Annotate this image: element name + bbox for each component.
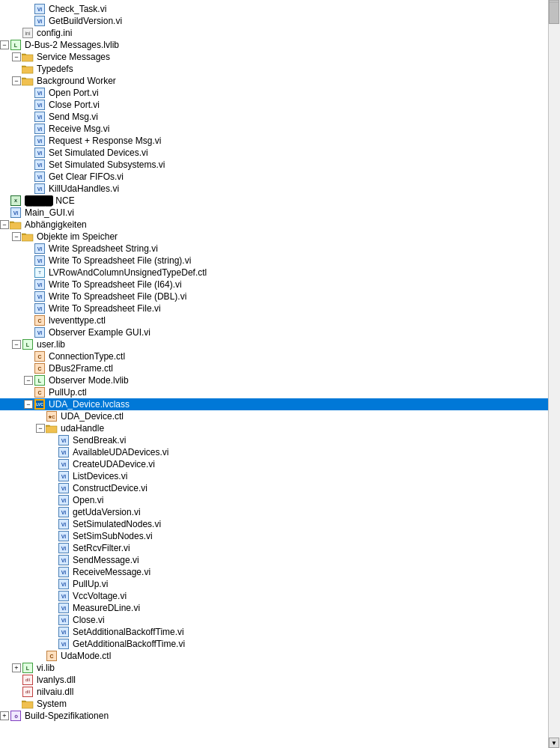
- folder-icon: [46, 423, 58, 434]
- tree-item[interactable]: VIGet Clear FIFOs.vi: [0, 171, 548, 183]
- item-label: GetBuildVersion.vi: [49, 16, 122, 26]
- tree-item[interactable]: VIOpen.vi: [0, 494, 548, 506]
- tree-item[interactable]: VIClose Port.vi: [0, 99, 548, 111]
- scrollbar[interactable]: ▲ ▼: [548, 0, 560, 748]
- vi-icon: VI: [34, 303, 45, 314]
- tree-item[interactable]: VISetSimulatedNodes.vi: [0, 518, 548, 530]
- tree-item[interactable]: VIVccVoltage.vi: [0, 590, 548, 602]
- scroll-down-button[interactable]: ▼: [549, 738, 559, 748]
- tree-item[interactable]: TLVRowAndColumnUnsignedTypeDef.ctl: [0, 267, 548, 279]
- tree-item[interactable]: VISet Simulated Subsystems.vi: [0, 159, 548, 171]
- tree-item[interactable]: VISendMessage.vi: [0, 554, 548, 566]
- collapse-button[interactable]: [24, 400, 33, 409]
- tree-item[interactable]: LD-Bus-2 Messages.lvlib: [0, 39, 548, 51]
- tree-item[interactable]: Background Worker: [0, 75, 548, 87]
- expand-spacer: [48, 532, 57, 541]
- vi-icon: VI: [34, 171, 45, 182]
- tree-item[interactable]: VICheck_Task.vi: [0, 3, 548, 15]
- scroll-thumb[interactable]: [549, 1, 559, 24]
- collapse-button[interactable]: [36, 424, 45, 433]
- tree-item[interactable]: VIObserver Example GUI.vi: [0, 326, 548, 338]
- tree-item[interactable]: VICreateUDADevice.vi: [0, 458, 548, 470]
- collapse-button[interactable]: [0, 220, 9, 229]
- tree-item[interactable]: VIWrite To Spreadsheet File (string).vi: [0, 255, 548, 267]
- tree-item[interactable]: VIReceiveMessage.vi: [0, 566, 548, 578]
- tree-item[interactable]: dlllvanlys.dll: [0, 674, 548, 686]
- tree-item[interactable]: VIGetAdditionalBackoffTime.vi: [0, 638, 548, 650]
- tree-item[interactable]: Typedefs: [0, 63, 548, 75]
- tree-item[interactable]: Abhängigkeiten: [0, 219, 548, 231]
- ctl-special-icon: ★C: [46, 411, 57, 422]
- tree-item[interactable]: VIKillUdaHandles.vi: [0, 183, 548, 195]
- tree-item[interactable]: ⚙Build-Spezifikationen: [0, 710, 548, 722]
- tree-item[interactable]: VIMeasureDLine.vi: [0, 602, 548, 614]
- expand-spacer: [24, 124, 33, 133]
- item-label: ████ NCE: [25, 195, 75, 206]
- tree-item[interactable]: VIMain_GUI.vi: [0, 207, 548, 219]
- tree-item[interactable]: X████ NCE: [0, 195, 548, 207]
- tree-item[interactable]: VISendBreak.vi: [0, 434, 548, 446]
- tree-item[interactable]: LVCUDA_Device.lvclass: [0, 398, 548, 410]
- item-label: System: [37, 699, 67, 709]
- tree-item[interactable]: Clveventtype.ctl: [0, 314, 548, 326]
- tree-item[interactable]: udaHandle: [0, 422, 548, 434]
- tree-item[interactable]: dllnilvaiu.dll: [0, 686, 548, 698]
- tree-item[interactable]: VIListDevices.vi: [0, 470, 548, 482]
- tree-item[interactable]: System: [0, 698, 548, 710]
- item-label: Send Msg.vi: [49, 112, 98, 122]
- collapse-button[interactable]: [12, 340, 21, 349]
- tree-item[interactable]: CDBus2Frame.ctl: [0, 362, 548, 374]
- tree-item[interactable]: ★CUDA_Device.ctl: [0, 410, 548, 422]
- collapse-button[interactable]: [0, 40, 9, 49]
- tree-item[interactable]: VISend Msg.vi: [0, 111, 548, 123]
- tree-item[interactable]: VIGetBuildVersion.vi: [0, 15, 548, 27]
- expand-spacer: [48, 448, 57, 457]
- tree-item[interactable]: VISetRcvFilter.vi: [0, 542, 548, 554]
- item-label: UDA_Device.ctl: [61, 411, 124, 422]
- item-label: Write To Spreadsheet File (DBL).vi: [49, 291, 186, 302]
- tree-item[interactable]: VISetSimSubNodes.vi: [0, 530, 548, 542]
- vi-icon: VI: [58, 507, 69, 517]
- tree-item[interactable]: VIWrite To Spreadsheet File (DBL).vi: [0, 291, 548, 302]
- tree-item[interactable]: Lvi.lib: [0, 662, 548, 674]
- tree-item[interactable]: VIOpen Port.vi: [0, 87, 548, 99]
- expand-spacer: [12, 675, 21, 684]
- tree-item[interactable]: VIAvailableUDADevices.vi: [0, 446, 548, 458]
- ctl-icon: C: [34, 315, 45, 326]
- expand-spacer: [24, 352, 33, 361]
- tree-item[interactable]: VIgetUdaVersion.vi: [0, 506, 548, 518]
- tree-item[interactable]: VIWrite To Spreadsheet File.vi: [0, 302, 548, 314]
- tree-item[interactable]: VIWrite To Spreadsheet File (I64).vi: [0, 279, 548, 291]
- tree-item[interactable]: VIConstructDevice.vi: [0, 482, 548, 494]
- tree-item[interactable]: VIReceive Msg.vi: [0, 123, 548, 135]
- collapse-button[interactable]: [24, 376, 33, 385]
- item-label: ConnectionType.ctl: [49, 351, 125, 362]
- expand-spacer: [48, 508, 57, 517]
- item-label: Check_Task.vi: [49, 4, 106, 14]
- tree-item[interactable]: Luser.lib: [0, 338, 548, 350]
- tree-item[interactable]: LObserver Mode.lvlib: [0, 374, 548, 386]
- expand-button[interactable]: [12, 663, 21, 672]
- expand-spacer: [24, 148, 33, 157]
- project-tree[interactable]: VICheck_Task.viVIGetBuildVersion.viinico…: [0, 0, 560, 748]
- tree-item[interactable]: VIClose.vi: [0, 614, 548, 626]
- tree-item[interactable]: Service Messages: [0, 51, 548, 63]
- collapse-button[interactable]: [12, 232, 21, 241]
- vi-icon: VI: [10, 207, 21, 218]
- tree-item[interactable]: iniconfig.ini: [0, 27, 548, 39]
- collapse-button[interactable]: [12, 76, 21, 85]
- tree-item[interactable]: VIPullUp.vi: [0, 578, 548, 590]
- tree-item[interactable]: VIWrite Spreadsheet String.vi: [0, 243, 548, 255]
- tree-item[interactable]: VISetAdditionalBackoffTime.vi: [0, 626, 548, 638]
- tree-item[interactable]: CUdaMode.ctl: [0, 650, 548, 662]
- tree-item[interactable]: VIRequest + Response Msg.vi: [0, 135, 548, 147]
- expand-spacer: [24, 184, 33, 193]
- collapse-button[interactable]: [12, 52, 21, 61]
- expand-spacer: [48, 603, 57, 612]
- tree-item[interactable]: Objekte im Speicher: [0, 231, 548, 243]
- expand-button[interactable]: [0, 711, 9, 720]
- tree-item[interactable]: CPullUp.ctl: [0, 386, 548, 398]
- tree-item[interactable]: CConnectionType.ctl: [0, 350, 548, 362]
- item-label: Request + Response Msg.vi: [49, 136, 161, 146]
- tree-item[interactable]: VISet Simulated Devices.vi: [0, 147, 548, 159]
